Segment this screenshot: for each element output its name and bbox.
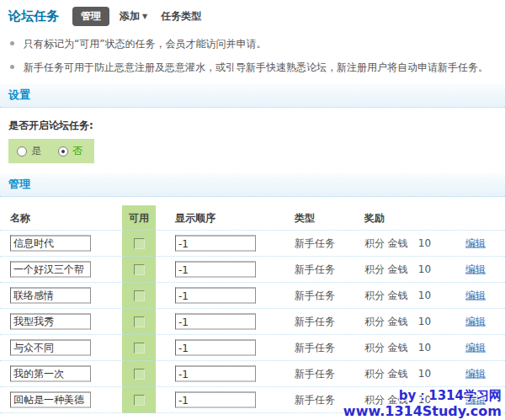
- available-checkbox[interactable]: [134, 290, 145, 301]
- note-item: 只有标记为“可用”状态的任务，会员才能访问并申请。: [8, 37, 497, 51]
- radio-yes-label: 是: [31, 144, 41, 158]
- watermark: by：1314学习网 www.1314Study.com: [343, 389, 502, 419]
- table-row: 新手任务 积分 金钱10 编辑: [0, 257, 505, 283]
- display-order-input[interactable]: [175, 366, 256, 382]
- bullet-icon: [10, 65, 14, 69]
- radio-option-yes[interactable]: 是: [17, 144, 41, 158]
- col-header-available: 可用: [122, 210, 156, 225]
- col-header-order: 显示顺序: [175, 210, 215, 225]
- task-reward: 积分 金钱10: [364, 341, 431, 355]
- available-checkbox[interactable]: [134, 238, 145, 249]
- task-reward: 积分 金钱10: [364, 289, 431, 303]
- radio-option-no[interactable]: 否: [58, 144, 82, 158]
- task-type: 新手任务: [295, 393, 335, 407]
- display-order-input[interactable]: [175, 236, 256, 252]
- reward-names: 积分 金钱: [364, 237, 408, 249]
- reward-value: 10: [418, 290, 431, 301]
- display-order-input[interactable]: [175, 314, 256, 330]
- notes-list: 只有标记为“可用”状态的任务，会员才能访问并申请。 新手任务可用于防止恶意注册及…: [8, 37, 497, 74]
- task-table: 名称 可用 显示顺序 类型 奖励 新手任务 积分 金钱10 编辑 新手任务 积分…: [0, 205, 505, 413]
- note-text: 只有标记为“可用”状态的任务，会员才能访问并申请。: [24, 38, 266, 50]
- task-name-input[interactable]: [10, 262, 91, 278]
- table-row: 新手任务 积分 金钱10 编辑: [0, 309, 505, 335]
- menu-add[interactable]: 添加▼: [120, 9, 147, 24]
- radio-yes[interactable]: [17, 146, 27, 157]
- edit-link[interactable]: 编辑: [465, 290, 486, 301]
- table-row: 新手任务 积分 金钱10 编辑: [0, 283, 505, 309]
- menu-add-label: 添加: [120, 10, 140, 22]
- edit-link[interactable]: 编辑: [465, 263, 486, 275]
- radio-no-label: 否: [72, 144, 82, 158]
- table-row: 新手任务 积分 金钱10 编辑: [0, 231, 505, 257]
- reward-names: 积分 金钱: [364, 342, 408, 354]
- reward-value: 10: [418, 316, 431, 327]
- edit-link[interactable]: 编辑: [465, 368, 486, 380]
- reward-value: 10: [418, 368, 431, 380]
- edit-link[interactable]: 编辑: [465, 342, 486, 354]
- watermark-line2: www.1314Study.com: [343, 404, 502, 419]
- task-reward: 积分 金钱10: [364, 237, 431, 251]
- note-text: 新手任务可用于防止恶意注册及恶意灌水，或引导新手快速熟悉论坛，新注册用户将自动申…: [24, 61, 488, 73]
- manage-section-header: 管理: [0, 173, 505, 197]
- task-reward: 积分 金钱10: [364, 315, 431, 329]
- task-name-input[interactable]: [10, 236, 91, 252]
- display-order-input[interactable]: [175, 262, 256, 278]
- reward-value: 10: [418, 263, 431, 275]
- table-row: 新手任务 积分 金钱10 编辑: [0, 361, 505, 387]
- edit-link[interactable]: 编辑: [465, 237, 486, 249]
- reward-names: 积分 金钱: [364, 368, 408, 380]
- task-name-input[interactable]: [10, 392, 91, 408]
- col-header-name: 名称: [10, 210, 30, 225]
- table-row: 新手任务 积分 金钱10 编辑: [0, 335, 505, 361]
- task-reward: 积分 金钱10: [364, 263, 431, 277]
- page-title: 论坛任务: [8, 8, 59, 24]
- tab-manage[interactable]: 管理: [72, 7, 109, 26]
- menu-task-types[interactable]: 任务类型: [161, 9, 201, 24]
- bullet-icon: [10, 41, 14, 45]
- settings-section-header: 设置: [0, 84, 505, 108]
- available-checkbox[interactable]: [134, 316, 145, 327]
- reward-names: 积分 金钱: [364, 316, 408, 327]
- col-header-reward: 奖励: [364, 210, 385, 225]
- reward-names: 积分 金钱: [364, 290, 408, 301]
- task-type: 新手任务: [295, 315, 335, 329]
- display-order-input[interactable]: [175, 288, 256, 304]
- task-name-input[interactable]: [10, 288, 91, 304]
- radio-no[interactable]: [58, 146, 68, 157]
- task-name-input[interactable]: [10, 314, 91, 330]
- reward-names: 积分 金钱: [364, 263, 408, 275]
- display-order-input[interactable]: [175, 392, 256, 408]
- task-reward: 积分 金钱10: [364, 367, 431, 381]
- task-type: 新手任务: [295, 367, 335, 381]
- enable-tasks-radio-group: 是 否: [8, 139, 94, 163]
- task-type: 新手任务: [295, 289, 335, 303]
- top-header: 论坛任务 管理 添加▼ 任务类型: [0, 0, 505, 26]
- display-order-input[interactable]: [175, 340, 256, 356]
- watermark-line1: by：1314学习网: [343, 389, 502, 403]
- task-type: 新手任务: [295, 237, 335, 251]
- task-name-input[interactable]: [10, 340, 91, 356]
- col-header-type: 类型: [295, 210, 315, 225]
- reward-value: 10: [418, 237, 431, 249]
- available-checkbox[interactable]: [134, 395, 145, 406]
- reward-value: 10: [418, 342, 431, 354]
- available-checkbox[interactable]: [134, 264, 145, 275]
- table-header-row: 名称 可用 显示顺序 类型 奖励: [0, 205, 505, 231]
- edit-link[interactable]: 编辑: [465, 316, 486, 327]
- task-type: 新手任务: [295, 341, 335, 355]
- task-name-input[interactable]: [10, 366, 91, 382]
- note-item: 新手任务可用于防止恶意注册及恶意灌水，或引导新手快速熟悉论坛，新注册用户将自动申…: [8, 61, 497, 74]
- enable-tasks-label: 是否开启论坛任务:: [8, 119, 497, 133]
- chevron-down-icon: ▼: [142, 13, 147, 20]
- available-checkbox[interactable]: [134, 343, 145, 354]
- task-type: 新手任务: [295, 263, 335, 277]
- available-checkbox[interactable]: [134, 369, 145, 380]
